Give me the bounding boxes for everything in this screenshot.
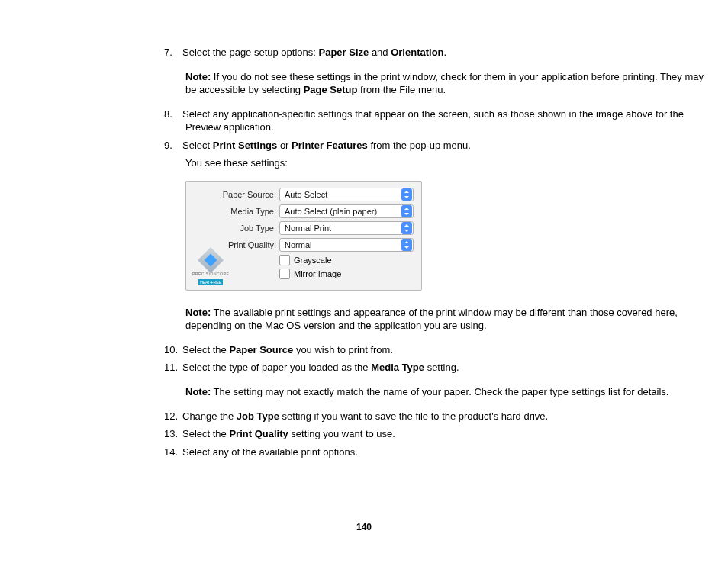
page-number: 140	[0, 522, 728, 532]
grayscale-label: Grayscale	[294, 256, 332, 265]
step-12: 12.Change the Job Type setting if you wa…	[185, 410, 714, 423]
step-text: Select the page setup options: Paper Siz…	[182, 47, 446, 58]
step-number: 7.	[164, 46, 182, 60]
note-label: Note:	[185, 307, 211, 318]
step-14: 14.Select any of the available print opt…	[185, 446, 714, 459]
print-quality-label: Print Quality:	[194, 240, 279, 249]
print-settings-figure: Paper Source: Auto Select Media Type: Au…	[185, 181, 422, 291]
note-1: Note: If you do not see these settings i…	[185, 70, 714, 97]
paper-source-label: Paper Source:	[194, 190, 279, 199]
step-number: 9.	[164, 139, 182, 153]
media-type-label: Media Type:	[194, 207, 279, 216]
step-number: 10.	[164, 343, 182, 357]
step-text: Select the Paper Source you wish to prin…	[182, 344, 393, 355]
mirror-image-label: Mirror Image	[294, 269, 341, 278]
job-type-value: Normal Print	[285, 224, 331, 233]
dropdown-icon	[401, 188, 412, 201]
step-10: 10.Select the Paper Source you wish to p…	[185, 343, 714, 357]
grayscale-checkbox[interactable]	[279, 255, 290, 265]
step-13: 13.Select the Print Quality setting you …	[185, 427, 714, 441]
mirror-image-checkbox[interactable]	[279, 269, 290, 279]
note-label: Note:	[185, 386, 211, 397]
paper-source-select[interactable]: Auto Select	[279, 188, 414, 201]
step-text: Select any application-specific settings…	[182, 108, 684, 134]
step-8: 8.Select any application-specific settin…	[185, 108, 714, 134]
step-9-subtext: You see these settings:	[185, 156, 714, 170]
step-number: 12.	[164, 410, 182, 423]
step-text: Select the type of paper you loaded as t…	[182, 362, 459, 373]
step-11: 11.Select the type of paper you loaded a…	[185, 361, 714, 375]
dropdown-icon	[401, 205, 412, 217]
step-number: 14.	[164, 446, 182, 459]
print-quality-value: Normal	[285, 240, 311, 249]
dropdown-icon	[401, 222, 412, 234]
step-text: Select the Print Quality setting you wan…	[182, 428, 395, 439]
logo-icon	[198, 247, 224, 273]
logo-text-2: HEAT-FREE	[198, 279, 223, 285]
step-number: 13.	[164, 427, 182, 441]
note-3: Note: The setting may not exactly match …	[185, 385, 714, 399]
document-page: 7.Select the page setup options: Paper S…	[0, 0, 728, 563]
step-text: Change the Job Type setting if you want …	[182, 410, 548, 422]
note-2: Note: The available print settings and a…	[185, 306, 714, 333]
step-text: Select Print Settings or Printer Feature…	[182, 140, 471, 151]
job-type-select[interactable]: Normal Print	[279, 221, 414, 235]
step-number: 8.	[164, 108, 182, 121]
note-label: Note:	[185, 71, 211, 82]
print-quality-select[interactable]: Normal	[279, 238, 414, 252]
job-type-label: Job Type:	[194, 224, 279, 233]
step-9: 9.Select Print Settings or Printer Featu…	[185, 139, 714, 153]
step-number: 11.	[164, 361, 182, 375]
step-text: Select any of the available print option…	[182, 446, 358, 458]
content-area: 7.Select the page setup options: Paper S…	[164, 46, 714, 458]
media-type-value: Auto Select (plain paper)	[285, 207, 377, 216]
paper-source-value: Auto Select	[285, 190, 327, 199]
step-7: 7.Select the page setup options: Paper S…	[185, 46, 714, 60]
media-type-select[interactable]: Auto Select (plain paper)	[279, 204, 414, 218]
dropdown-icon	[401, 239, 412, 251]
precisioncore-logo: PRECISIONCORE HEAT-FREE	[192, 251, 229, 285]
